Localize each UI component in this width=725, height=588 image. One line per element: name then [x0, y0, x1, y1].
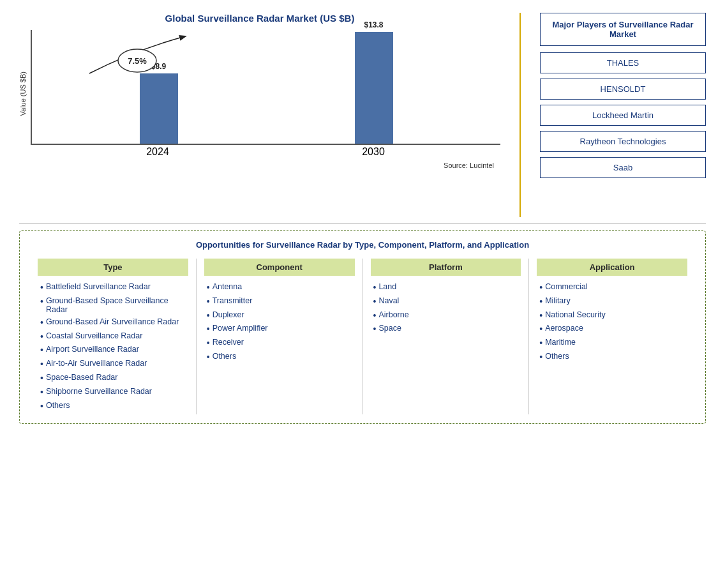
list-item: •Space [371, 324, 521, 335]
bullet: • [207, 324, 210, 335]
chart-source: Source: Lucintel [19, 162, 500, 169]
bullet: • [40, 387, 43, 398]
list-item: •Duplexer [204, 310, 355, 321]
list-item: •Power Amplifier [204, 324, 355, 335]
list-item: •Airport Surveillance Radar [38, 345, 188, 356]
bullet: • [207, 352, 210, 363]
bar-group-2030: $13.8 [355, 20, 393, 144]
list-item: •Coastal Surveillance Radar [38, 331, 188, 342]
list-item: •Space-Based Radar [38, 373, 188, 384]
list-item: •Aerospace [537, 324, 687, 335]
list-item: •Shipborne Surveillance Radar [38, 387, 188, 398]
chart-area: Global Surveillance Radar Market (US $B)… [19, 13, 500, 217]
bullet: • [207, 282, 210, 293]
list-item: •Land [371, 282, 521, 293]
list-item: •Maritime [537, 338, 687, 349]
major-players-title: Major Players of Surveillance Radar Mark… [540, 13, 706, 46]
bullet: • [40, 296, 43, 307]
col-type: Type •Battlefield Surveillance Radar •Gr… [30, 259, 197, 414]
bullet: • [40, 282, 43, 293]
bullet: • [40, 359, 43, 370]
bullet: • [539, 324, 542, 335]
player-saab: Saab [540, 157, 706, 178]
bar-2030 [355, 32, 393, 144]
list-item: •Antenna [204, 282, 355, 293]
list-item: •National Security [537, 310, 687, 321]
list-item: •Naval [371, 296, 521, 307]
bullet: • [539, 310, 542, 321]
opportunities-section: Opportunities for Surveillance Radar by … [19, 230, 706, 424]
bullet: • [373, 310, 377, 321]
bullet: • [539, 282, 542, 293]
vertical-divider [519, 13, 521, 217]
col-header-type: Type [38, 259, 188, 276]
major-players-panel: Major Players of Surveillance Radar Mark… [540, 13, 706, 217]
col-application: Application •Commercial •Military •Natio… [529, 259, 695, 414]
player-lockheed: Lockheed Martin [540, 105, 706, 126]
col-header-platform: Platform [371, 259, 521, 276]
list-item: •Others [38, 401, 188, 412]
bullet: • [539, 296, 542, 307]
x-labels: 2024 2030 [31, 146, 500, 158]
columns-row: Type •Battlefield Surveillance Radar •Gr… [30, 259, 695, 414]
cagr-arrow-svg: 7.5% [32, 30, 500, 144]
bullet: • [207, 338, 210, 349]
bar-group-2024: $8.9 [140, 62, 178, 144]
bullet: • [373, 296, 377, 307]
bullet: • [40, 317, 43, 328]
bar-value-2030: $13.8 [364, 20, 383, 29]
player-hensoldt: HENSOLDT [540, 79, 706, 100]
player-raytheon: Raytheon Technologies [540, 131, 706, 152]
chart-title: Global Surveillance Radar Market (US $B) [165, 13, 355, 24]
opportunities-title: Opportunities for Surveillance Radar by … [30, 240, 695, 250]
col-component: Component •Antenna •Transmitter •Duplexe… [197, 259, 363, 414]
bullet: • [40, 401, 43, 412]
list-item: •Ground-Based Air Surveillance Radar [38, 317, 188, 328]
col-header-application: Application [537, 259, 687, 276]
bullet: • [40, 345, 43, 356]
bars-row: 7.5% $8.9 $13.8 [31, 30, 500, 145]
col-platform: Platform •Land •Naval •Airborne •Space [363, 259, 530, 414]
player-thales: THALES [540, 52, 706, 73]
list-item: •Others [537, 352, 687, 363]
bullet: • [539, 352, 542, 363]
x-label-2024: 2024 [146, 146, 169, 158]
list-item: •Airborne [371, 310, 521, 321]
list-item: •Military [537, 296, 687, 307]
list-item: •Air-to-Air Surveillance Radar [38, 359, 188, 370]
y-axis-label: Value (US $B) [19, 72, 27, 116]
x-label-2030: 2030 [362, 146, 385, 158]
list-item: •Others [204, 352, 355, 363]
col-header-component: Component [204, 259, 355, 276]
bullet: • [207, 296, 210, 307]
list-item: •Receiver [204, 338, 355, 349]
bar-2024 [140, 73, 178, 144]
list-item: •Battlefield Surveillance Radar [38, 282, 188, 293]
bullet: • [40, 331, 43, 342]
list-item: •Ground-Based Space Surveillance Radar [38, 296, 188, 314]
list-item: •Commercial [537, 282, 687, 293]
bullet: • [40, 373, 43, 384]
bullet: • [373, 324, 377, 335]
bar-value-2024: $8.9 [151, 62, 166, 71]
section-divider [19, 223, 706, 224]
bullet: • [207, 310, 210, 321]
list-item: •Transmitter [204, 296, 355, 307]
bullet: • [539, 338, 542, 349]
bullet: • [373, 282, 377, 293]
